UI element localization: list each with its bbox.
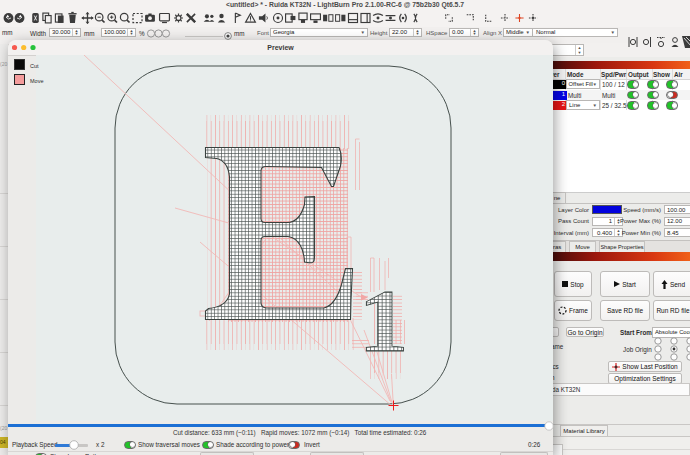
svg-text:1: 1 [358, 272, 408, 369]
